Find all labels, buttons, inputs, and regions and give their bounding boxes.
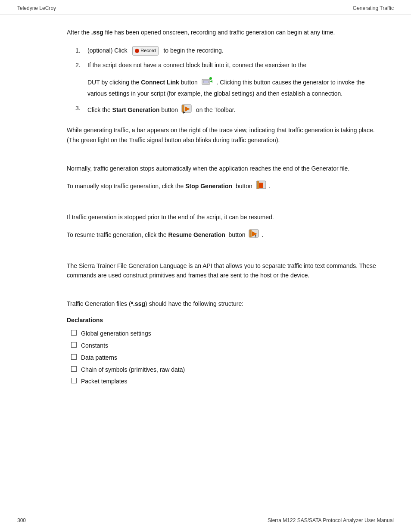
- declarations-list: Global generation settings Constants Dat…: [71, 329, 385, 386]
- list-item: Constants: [71, 341, 385, 351]
- list-item-label: Chain of symbols (primitives, raw data): [81, 365, 185, 375]
- record-dot-icon: [135, 49, 139, 53]
- stop-para-suffix: button: [236, 183, 252, 190]
- list-item: Data patterns: [71, 353, 385, 363]
- stop-para-prefix: To manually stop traffic generation, cli…: [67, 183, 184, 190]
- step-2-content: If the script does not have a connect bl…: [87, 61, 306, 70]
- list-item: Packet templates: [71, 377, 385, 386]
- steps-list: 1. (optional) Click Record to begin the …: [75, 46, 385, 117]
- list-item-label: Data patterns: [81, 353, 117, 363]
- ssg-extension: *.ssg: [131, 300, 145, 307]
- svg-rect-9: [259, 183, 263, 188]
- step-3-content: Click the Start Generation button ▶ on t…: [87, 104, 385, 117]
- page-content: After the .ssg After the .ssg file has b…: [0, 15, 411, 406]
- intro-paragraph: After the .ssg After the .ssg file has b…: [67, 28, 385, 37]
- step-2: 2. If the script does not have a connect…: [75, 61, 385, 99]
- resume-generation-label: Resume Generation: [168, 231, 225, 238]
- step-1-number: 1.: [75, 46, 84, 56]
- checkbox-icon: [71, 378, 77, 383]
- step-2-number: 2.: [75, 61, 84, 70]
- list-item: Global generation settings: [71, 329, 385, 339]
- stop-paragraph-2: To manually stop traffic generation, cli…: [67, 180, 385, 193]
- footer-manual-title: Sierra M122 SAS/SATA Protocol Analyzer U…: [268, 517, 394, 523]
- structure-paragraph: Traffic Generation files (*.ssg) should …: [67, 299, 385, 308]
- step-2-prefix: If the script does not have a connect bl…: [87, 62, 306, 68]
- checkbox-icon: [71, 342, 77, 348]
- list-item-label: Packet templates: [81, 377, 127, 386]
- stop-paragraph-1: Normally, traffic generation stops autom…: [67, 164, 385, 173]
- list-item-label: Constants: [81, 341, 108, 351]
- divider-3: [67, 249, 385, 261]
- header-left: Teledyne LeCroy: [17, 5, 56, 11]
- stop-generation-label: Stop Generation: [185, 183, 232, 190]
- start-generation-icon: ▶: [181, 104, 193, 117]
- checkbox-icon: [71, 330, 77, 336]
- connect-link-icon: [201, 77, 213, 89]
- record-label: Record: [140, 47, 156, 54]
- svg-marker-2: [210, 80, 212, 83]
- step-1-content: (optional) Click Record to begin the rec…: [87, 46, 385, 56]
- checkbox-icon: [71, 354, 77, 360]
- record-button-inline[interactable]: Record: [132, 46, 158, 55]
- step-1: 1. (optional) Click Record to begin the …: [75, 46, 385, 56]
- footer-page-number: 300: [17, 517, 26, 523]
- svg-rect-10: [257, 181, 259, 189]
- connect-link-label: Connect Link: [141, 79, 179, 86]
- divider-4: [67, 287, 385, 299]
- resume-paragraph-2: To resume traffic generation, click the …: [67, 229, 385, 242]
- step-3-number: 3.: [75, 104, 84, 113]
- resume-paragraph-1: If traffic generation is stopped prior t…: [67, 212, 385, 222]
- step-3: 3. Click the Start Generation button ▶ o…: [75, 104, 385, 117]
- svg-text:2: 2: [255, 234, 257, 238]
- traffic-paragraph: While generating traffic, a bar appears …: [67, 125, 385, 145]
- divider-2: [67, 200, 385, 212]
- list-item-label: Global generation settings: [81, 329, 151, 339]
- list-item: Chain of symbols (primitives, raw data): [71, 365, 385, 375]
- svg-rect-13: [249, 230, 252, 237]
- start-generation-label: Start Generation: [112, 106, 160, 113]
- step-2-subtext: DUT by clicking the Connect Link button …: [87, 77, 385, 98]
- page-footer: 300 Sierra M122 SAS/SATA Protocol Analyz…: [0, 517, 411, 523]
- header-right: Generating Traffic: [353, 5, 394, 11]
- step-1-suffix: to begin the recording.: [163, 47, 223, 54]
- resume-para-prefix: To resume traffic generation, click the: [67, 231, 167, 238]
- checkbox-icon: [71, 366, 77, 372]
- page-header: Teledyne LeCroy Generating Traffic: [0, 0, 411, 15]
- stop-generation-icon: [256, 180, 267, 193]
- svg-rect-1: [203, 81, 209, 83]
- declarations-title: Declarations: [67, 316, 385, 325]
- declarations-section: Declarations Global generation settings …: [67, 316, 385, 386]
- divider-1: [67, 152, 385, 164]
- resume-para-suffix: button: [229, 231, 246, 238]
- ssg-filename: .ssg: [91, 29, 103, 36]
- svg-point-3: [209, 77, 212, 80]
- resume-generation-icon: 2: [249, 229, 260, 242]
- api-paragraph: The Sierra Trainer File Generation Langu…: [67, 261, 385, 280]
- step-1-prefix: (optional) Click: [87, 47, 128, 54]
